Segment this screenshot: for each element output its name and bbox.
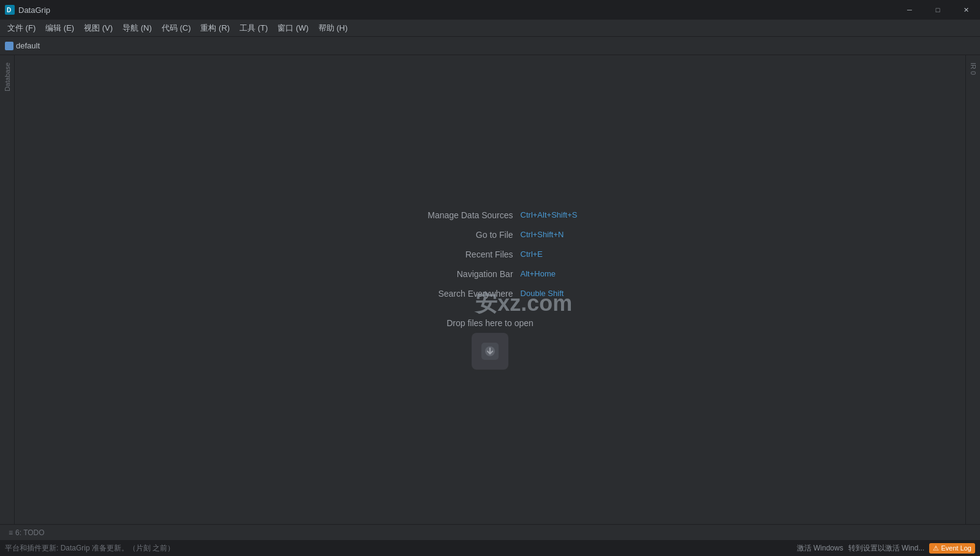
svg-text:D: D bbox=[7, 7, 11, 13]
menu-help[interactable]: 帮助 (H) bbox=[314, 20, 353, 36]
notifications-panel[interactable]: IR 0 bbox=[967, 58, 979, 80]
status-bar: 平台和插件更新: DataGrip 准备更新。（片刻 之前） 激活 Window… bbox=[0, 540, 980, 556]
menu-tools[interactable]: 工具 (T) bbox=[235, 20, 273, 36]
status-right: 激活 Windows 转到设置以激活 Wind... ⚠ Event Log bbox=[797, 543, 975, 554]
sidebar-database[interactable]: Database bbox=[1, 58, 13, 96]
menu-navigate[interactable]: 导航 (N) bbox=[118, 20, 157, 36]
todo-label: 6: TODO bbox=[15, 528, 45, 537]
quick-action-nav-bar: Navigation Bar Alt+Home bbox=[403, 269, 578, 279]
go-to-file-shortcut[interactable]: Ctrl+Shift+N bbox=[521, 230, 564, 239]
menu-file[interactable]: 文件 (F) bbox=[2, 20, 40, 36]
menu-code[interactable]: 代码 (C) bbox=[157, 20, 196, 36]
menu-bar: 文件 (F) 编辑 (E) 视图 (V) 导航 (N) 代码 (C) 重构 (R… bbox=[0, 20, 980, 37]
quick-actions: Manage Data Sources Ctrl+Alt+Shift+S Go … bbox=[403, 210, 578, 370]
manage-sources-shortcut[interactable]: Ctrl+Alt+Shift+S bbox=[521, 210, 578, 219]
app-title: DataGrip bbox=[18, 6, 50, 15]
quick-action-manage-sources: Manage Data Sources Ctrl+Alt+Shift+S bbox=[403, 210, 578, 220]
search-everywhere-label: Search Everywhere bbox=[403, 289, 513, 299]
right-sidebar: IR 0 bbox=[965, 55, 980, 524]
menu-refactor[interactable]: 重构 (R) bbox=[195, 20, 235, 36]
recent-files-label: Recent Files bbox=[403, 249, 513, 259]
menu-view[interactable]: 视图 (V) bbox=[79, 20, 118, 36]
project-icon bbox=[5, 42, 13, 50]
nav-bar-label: Navigation Bar bbox=[403, 269, 513, 279]
search-everywhere-shortcut[interactable]: Double Shift bbox=[521, 289, 564, 298]
project-path: default bbox=[5, 41, 40, 50]
manage-sources-label: Manage Data Sources bbox=[403, 210, 513, 220]
app-icon: D bbox=[5, 5, 15, 15]
event-log-button[interactable]: ⚠ Event Log bbox=[929, 543, 975, 554]
menu-edit[interactable]: 编辑 (E) bbox=[40, 20, 79, 36]
menu-window[interactable]: 窗口 (W) bbox=[273, 20, 314, 36]
nav-bar-shortcut[interactable]: Alt+Home bbox=[521, 269, 556, 278]
windows-activate-label: 激活 Windows bbox=[797, 543, 843, 554]
drop-zone-icon bbox=[472, 333, 508, 370]
go-to-file-label: Go to File bbox=[403, 230, 513, 240]
windows-activate-sublabel: 转到设置以激活 Wind... bbox=[848, 543, 925, 554]
left-sidebar: Database bbox=[0, 55, 15, 524]
project-name: default bbox=[16, 41, 40, 50]
title-bar: D DataGrip ─ □ ✕ bbox=[0, 0, 980, 20]
quick-action-search-everywhere: Search Everywhere Double Shift bbox=[403, 289, 578, 299]
drop-zone-text: Drop files here to open bbox=[435, 318, 545, 328]
event-log-label: Event Log bbox=[941, 544, 971, 552]
todo-icon: ≡ bbox=[9, 528, 13, 537]
todo-tab[interactable]: ≡ 6: TODO bbox=[5, 527, 48, 538]
app-logo: D DataGrip bbox=[5, 5, 50, 15]
minimize-button[interactable]: ─ bbox=[895, 0, 924, 20]
window-controls: ─ □ ✕ bbox=[895, 0, 980, 20]
quick-action-recent-files: Recent Files Ctrl+E bbox=[403, 249, 578, 259]
navigation-bar: default bbox=[0, 37, 980, 55]
drop-zone: Drop files here to open bbox=[403, 318, 578, 370]
editor-area: Manage Data Sources Ctrl+Alt+Shift+S Go … bbox=[15, 55, 965, 524]
main-layout: Database Manage Data Sources Ctrl+Alt+Sh… bbox=[0, 55, 980, 524]
maximize-button[interactable]: □ bbox=[924, 0, 952, 20]
bottom-toolbar: ≡ 6: TODO bbox=[0, 524, 980, 540]
event-log-icon: ⚠ bbox=[933, 544, 939, 552]
recent-files-shortcut[interactable]: Ctrl+E bbox=[521, 249, 543, 259]
quick-action-go-to-file: Go to File Ctrl+Shift+N bbox=[403, 230, 578, 240]
update-message: 平台和插件更新: DataGrip 准备更新。（片刻 之前） bbox=[5, 543, 175, 554]
close-button[interactable]: ✕ bbox=[952, 0, 980, 20]
